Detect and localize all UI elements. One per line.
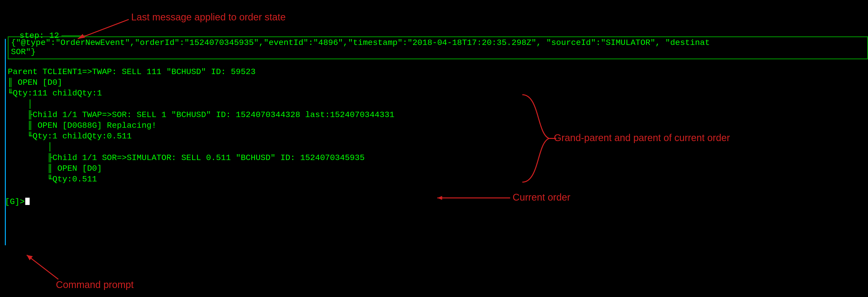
svg-marker-1 <box>78 34 85 39</box>
parent-status: OPEN [D0] <box>18 78 62 87</box>
prompt-text: [G]> <box>5 197 25 206</box>
parent-qty: Qty:111 childQty:1 <box>12 89 102 98</box>
annotation-brace-grandparent <box>518 92 559 185</box>
annotation-current-order: Current order <box>513 192 570 203</box>
event-json: {"@type":"OrderNewEvent","orderId":"1524… <box>11 38 865 57</box>
grandchild-header: Child 1/1 SOR=>SIMULATOR: SELL 0.511 "BC… <box>53 153 365 162</box>
child-status: OPEN [D0G88G] Replacing! <box>37 121 156 130</box>
parent-header: Parent TCLIENT1=>TWAP: SELL 111 "BCHUSD"… <box>8 67 255 76</box>
svg-line-5 <box>27 255 58 279</box>
annotation-arrow-command-prompt <box>24 253 68 282</box>
svg-line-0 <box>78 20 129 39</box>
cursor <box>25 198 30 205</box>
grandchild-qty: Qty:0.511 <box>53 175 97 184</box>
annotation-last-message: Last message applied to order state <box>131 12 286 23</box>
annotation-arrow-current-order <box>435 196 513 200</box>
annotation-arrow-last-message <box>73 20 131 41</box>
child-header: Child 1/1 TWAP=>SOR: SELL 1 "BCHUSD" ID:… <box>33 110 394 120</box>
child-qty: Qty:1 childQty:0.511 <box>33 132 132 141</box>
grandchild-status: OPEN [D0] <box>57 164 102 173</box>
annotation-grandparent: Grand-parent and parent of current order <box>554 132 730 143</box>
svg-marker-4 <box>437 196 442 200</box>
terminal-content: step: 12 {"@type":"OrderNewEvent","order… <box>5 36 868 206</box>
step-box: step: 12 {"@type":"OrderNewEvent","order… <box>8 36 868 59</box>
step-event-box: {"@type":"OrderNewEvent","orderId":"1524… <box>8 36 868 59</box>
order-tree: Parent TCLIENT1=>TWAP: SELL 111 "BCHUSD"… <box>8 67 868 185</box>
